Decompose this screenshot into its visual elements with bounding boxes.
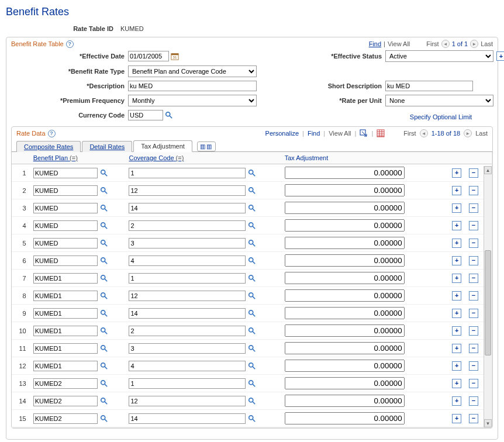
add-row-button[interactable]: +: [496, 51, 504, 61]
row-add-button[interactable]: +: [452, 361, 461, 371]
premium-freq-select[interactable]: Monthly: [128, 95, 257, 106]
coverage-code-input[interactable]: [129, 396, 246, 406]
grid-find-link[interactable]: Find: [308, 130, 320, 137]
tax-adjustment-input[interactable]: [285, 307, 405, 319]
benefit-plan-input[interactable]: [33, 326, 98, 336]
description-input[interactable]: [128, 81, 257, 91]
benefit-plan-input[interactable]: [33, 343, 98, 354]
coverage-code-input[interactable]: [129, 168, 246, 178]
tax-adjustment-input[interactable]: [285, 272, 405, 284]
tab-detail-rates[interactable]: Detail Rates: [82, 141, 132, 152]
lookup-icon[interactable]: [99, 414, 109, 423]
lookup-icon[interactable]: [99, 239, 109, 248]
coverage-code-input[interactable]: [129, 413, 246, 424]
row-delete-button[interactable]: −: [469, 203, 478, 213]
rate-per-unit-select[interactable]: None: [385, 95, 493, 106]
row-delete-button[interactable]: −: [469, 379, 478, 388]
row-add-button[interactable]: +: [452, 168, 461, 178]
lookup-icon[interactable]: [247, 221, 257, 230]
row-add-button[interactable]: +: [452, 291, 461, 301]
coverage-code-input[interactable]: [129, 308, 246, 319]
first-link[interactable]: First: [426, 40, 439, 47]
tab-tax-adjustment[interactable]: Tax Adjustment: [133, 140, 192, 152]
row-delete-button[interactable]: −: [469, 186, 478, 195]
grid-next-icon[interactable]: ►: [464, 129, 472, 137]
tax-adjustment-input[interactable]: [285, 254, 405, 267]
lookup-icon[interactable]: [247, 361, 257, 371]
row-delete-button[interactable]: −: [469, 168, 478, 178]
lookup-icon[interactable]: [247, 396, 257, 406]
tax-adjustment-input[interactable]: [285, 342, 405, 354]
lookup-icon[interactable]: [247, 274, 257, 283]
lookup-icon[interactable]: [99, 326, 109, 336]
scroll-down-icon[interactable]: ▼: [484, 419, 492, 427]
next-arrow-icon[interactable]: ►: [470, 40, 478, 48]
row-add-button[interactable]: +: [452, 256, 461, 265]
benefit-plan-input[interactable]: [33, 238, 98, 248]
tax-adjustment-input[interactable]: [285, 324, 405, 337]
coverage-code-input[interactable]: [129, 343, 246, 354]
row-delete-button[interactable]: −: [469, 221, 478, 230]
lookup-icon[interactable]: [247, 256, 257, 265]
col-coverage-code[interactable]: Coverage Code (=): [125, 152, 281, 164]
benefit-plan-input[interactable]: [33, 185, 98, 196]
coverage-code-input[interactable]: [129, 220, 246, 231]
row-add-button[interactable]: +: [452, 396, 461, 406]
show-all-columns-icon[interactable]: ▥▥: [197, 141, 216, 151]
lookup-icon[interactable]: [99, 274, 109, 283]
benefit-plan-input[interactable]: [33, 361, 98, 371]
coverage-code-input[interactable]: [129, 203, 246, 213]
coverage-code-input[interactable]: [129, 378, 246, 389]
benefit-rate-type-select[interactable]: Benefit Plan and Coverage Code: [128, 65, 257, 77]
tax-adjustment-input[interactable]: [285, 412, 405, 424]
currency-code-input[interactable]: [128, 110, 163, 120]
grid-last-link[interactable]: Last: [475, 130, 488, 137]
row-delete-button[interactable]: −: [469, 274, 478, 283]
lookup-icon[interactable]: [99, 379, 109, 388]
coverage-code-input[interactable]: [129, 185, 246, 196]
row-delete-button[interactable]: −: [469, 309, 478, 318]
lookup-icon[interactable]: [99, 203, 109, 213]
tax-adjustment-input[interactable]: [285, 377, 405, 389]
lookup-icon[interactable]: [99, 309, 109, 318]
scroll-up-icon[interactable]: ▲: [484, 166, 492, 174]
lookup-icon[interactable]: [247, 414, 257, 423]
effective-status-select[interactable]: Active: [385, 50, 493, 62]
row-add-button[interactable]: +: [452, 239, 461, 248]
prev-arrow-icon[interactable]: ◄: [441, 40, 450, 48]
lookup-icon[interactable]: [247, 344, 257, 353]
lookup-icon[interactable]: [99, 186, 109, 195]
help-icon[interactable]: ?: [66, 40, 74, 48]
lookup-icon[interactable]: [164, 110, 174, 120]
lookup-icon[interactable]: [247, 203, 257, 213]
benefit-plan-input[interactable]: [33, 168, 98, 178]
coverage-code-input[interactable]: [129, 361, 246, 371]
col-benefit-plan[interactable]: Benefit Plan (=): [30, 152, 126, 164]
help-icon[interactable]: ?: [48, 130, 56, 137]
calendar-icon[interactable]: 31: [170, 51, 179, 61]
view-all-link[interactable]: View All: [388, 40, 410, 47]
row-add-button[interactable]: +: [452, 326, 461, 336]
coverage-code-input[interactable]: [129, 238, 246, 248]
benefit-plan-input[interactable]: [33, 396, 98, 406]
grid-view-all-link[interactable]: View All: [329, 130, 351, 137]
download-icon[interactable]: [377, 129, 385, 137]
lookup-icon[interactable]: [247, 168, 257, 178]
grid-first-link[interactable]: First: [403, 130, 416, 137]
row-add-button[interactable]: +: [452, 309, 461, 318]
personalize-link[interactable]: Personalize: [265, 130, 299, 137]
lookup-icon[interactable]: [99, 361, 109, 371]
benefit-plan-input[interactable]: [33, 413, 98, 424]
tab-composite-rates[interactable]: Composite Rates: [16, 141, 81, 152]
row-delete-button[interactable]: −: [469, 291, 478, 301]
effective-date-input[interactable]: [128, 51, 169, 61]
lookup-icon[interactable]: [247, 326, 257, 336]
lookup-icon[interactable]: [99, 344, 109, 353]
coverage-code-input[interactable]: [129, 273, 246, 284]
row-add-button[interactable]: +: [452, 203, 461, 213]
benefit-plan-input[interactable]: [33, 291, 98, 301]
tax-adjustment-input[interactable]: [285, 184, 405, 196]
benefit-plan-input[interactable]: [33, 378, 98, 389]
row-delete-button[interactable]: −: [469, 361, 478, 371]
tax-adjustment-input[interactable]: [285, 360, 405, 372]
